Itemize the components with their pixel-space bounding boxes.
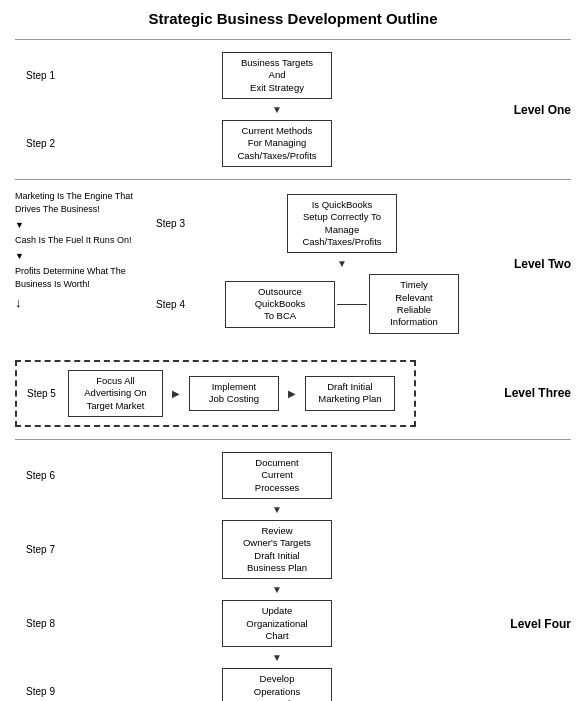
arrow-3-4	[337, 258, 347, 269]
level-three-content: Step 5 Focus AllAdvertising OnTarget Mar…	[15, 354, 496, 433]
step9-box: DevelopOperationsManuals	[222, 668, 332, 701]
step5-label: Step 5	[27, 388, 56, 399]
step8-label: Step 8	[15, 618, 55, 629]
step-row-7: Step 7 ReviewOwner's TargetsDraft Initia…	[15, 520, 491, 579]
step5-box2: ImplementJob Costing	[189, 376, 279, 411]
level-four-label: Level Four	[496, 617, 571, 631]
side-note-3: Profits Determine What The Business Is W…	[15, 265, 139, 290]
step-row-4: Step 4 OutsourceQuickBooksTo BCA TimelyR…	[145, 274, 491, 333]
level-two-steps: Marketing Is The Engine That Drives The …	[15, 190, 571, 338]
step3-box: Is QuickBooksSetup Correctly ToManageCas…	[287, 194, 397, 253]
side-note-1: Marketing Is The Engine That Drives The …	[15, 190, 139, 215]
step5-box3: Draft InitialMarketing Plan	[305, 376, 395, 411]
level-one-section: Step 1 Business TargetsAndExit Strategy …	[15, 39, 571, 179]
step1-box: Business TargetsAndExit Strategy	[222, 52, 332, 99]
arrow-8-9	[272, 652, 282, 663]
step-row-1: Step 1 Business TargetsAndExit Strategy	[15, 52, 491, 99]
level-three-dashed: Step 5 Focus AllAdvertising OnTarget Mar…	[15, 360, 416, 427]
level-three-row: Step 5 Focus AllAdvertising OnTarget Mar…	[15, 354, 571, 433]
step-row-6: Step 6 DocumentCurrentProcesses	[15, 452, 491, 499]
step8-box: UpdateOrganizationalChart	[222, 600, 332, 647]
level-four-section: Step 6 DocumentCurrentProcesses Step 7 R…	[15, 439, 571, 701]
arrow-6-7	[272, 504, 282, 515]
level-three-section-wrapper: Step 5 Focus AllAdvertising OnTarget Mar…	[15, 348, 571, 439]
level-three-inner: Step 5 Focus AllAdvertising OnTarget Mar…	[27, 370, 404, 417]
arrow-1-2	[272, 104, 282, 115]
arrow-7-8	[272, 584, 282, 595]
level-four-steps: Step 6 DocumentCurrentProcesses Step 7 R…	[15, 448, 571, 701]
side-note-arrow-3: ↓	[15, 294, 139, 312]
side-note-2: Cash Is The Fuel It Runs On!	[15, 234, 139, 247]
step5-box1: Focus AllAdvertising OnTarget Market	[68, 370, 163, 417]
step7-label: Step 7	[15, 544, 55, 555]
step-row-8: Step 8 UpdateOrganizationalChart	[15, 600, 491, 647]
level-two-section: Marketing Is The Engine That Drives The …	[15, 179, 571, 348]
level-one-steps: Step 1 Business TargetsAndExit Strategy …	[15, 48, 571, 171]
step2-box: Current MethodsFor ManagingCash/Taxes/Pr…	[222, 120, 332, 167]
level-two-side-notes: Marketing Is The Engine That Drives The …	[15, 190, 145, 312]
arrow-5b: ▶	[288, 388, 296, 399]
step7-box: ReviewOwner's TargetsDraft InitialBusine…	[222, 520, 332, 579]
step1-label: Step 1	[15, 70, 55, 81]
level-three-label: Level Three	[496, 386, 571, 400]
step6-box: DocumentCurrentProcesses	[222, 452, 332, 499]
step-row-2: Step 2 Current MethodsFor ManagingCash/T…	[15, 120, 491, 167]
arrow-5a: ▶	[172, 388, 180, 399]
side-note-arrow-2: ▼	[15, 250, 139, 263]
side-note-arrow-1: ▼	[15, 219, 139, 232]
step4-box: OutsourceQuickBooksTo BCA	[225, 281, 335, 328]
level-two-main: Step 3 Is QuickBooksSetup Correctly ToMa…	[145, 190, 491, 338]
step-row-3: Step 3 Is QuickBooksSetup Correctly ToMa…	[145, 194, 491, 253]
step6-label: Step 6	[15, 470, 55, 481]
step4-label: Step 4	[145, 299, 185, 310]
step2-label: Step 2	[15, 138, 55, 149]
level-two-layout: Marketing Is The Engine That Drives The …	[15, 190, 491, 338]
page-title: Strategic Business Development Outline	[15, 10, 571, 27]
step4-connector	[337, 304, 367, 305]
level-two-label: Level Two	[496, 257, 571, 271]
step4-side-box: TimelyRelevantReliableInformation	[369, 274, 459, 333]
level-one-label: Level One	[496, 103, 571, 117]
step-row-9: Step 9 DevelopOperationsManuals	[15, 668, 491, 701]
step3-label: Step 3	[145, 218, 185, 229]
diagram: Step 1 Business TargetsAndExit Strategy …	[15, 39, 571, 701]
step9-label: Step 9	[15, 686, 55, 697]
